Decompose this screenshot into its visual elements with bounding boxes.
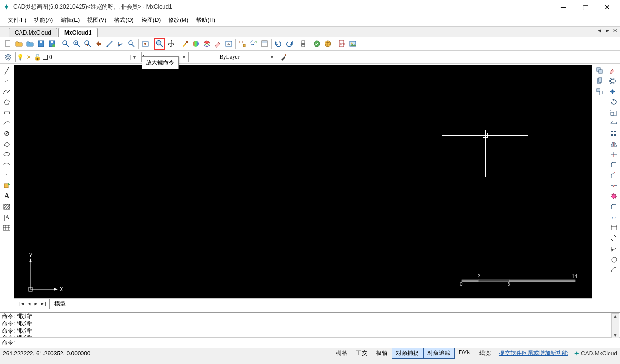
magnifier-icon[interactable] [154, 38, 165, 50]
open-folder-icon[interactable] [14, 39, 24, 49]
layer-panel-icon[interactable] [202, 39, 212, 49]
menu-modify[interactable]: 修改(M) [164, 15, 192, 26]
rectangle-tool-icon[interactable]: ▭ [1, 108, 12, 117]
regen-icon[interactable] [140, 39, 151, 49]
open-cloud-icon[interactable] [25, 39, 35, 49]
dim-angular-icon[interactable] [609, 244, 619, 253]
layer-manager-icon[interactable] [3, 52, 13, 62]
toggle-dyn[interactable]: DYN [455, 348, 475, 359]
menu-view[interactable]: 视图(V) [83, 15, 110, 26]
move-icon[interactable] [594, 87, 605, 96]
menu-help[interactable]: 帮助(H) [192, 15, 219, 26]
chevron-down-icon[interactable]: ▼ [180, 55, 188, 60]
line-tool-icon[interactable]: ╱ [1, 66, 12, 75]
chevron-down-icon[interactable]: ▼ [268, 55, 276, 60]
offset-icon[interactable] [607, 76, 618, 86]
cloud-sync-icon[interactable] [312, 39, 322, 49]
stretch-icon[interactable] [609, 118, 619, 128]
color-palette-icon[interactable] [191, 39, 201, 49]
menu-edit[interactable]: 编辑(E) [57, 15, 83, 26]
tabs-close-icon[interactable]: ✕ [612, 28, 618, 34]
maximize-button[interactable]: ▢ [574, 0, 596, 14]
print-icon[interactable] [298, 39, 308, 49]
rotate-icon[interactable] [609, 97, 619, 107]
tabs-next-icon[interactable]: ► [604, 28, 611, 34]
close-button[interactable]: ✕ [596, 0, 618, 14]
layout-first-icon[interactable]: |◄ [18, 301, 26, 306]
new-file-icon[interactable] [3, 39, 13, 49]
circle-tool-icon[interactable]: ⊘ [1, 129, 12, 138]
chamfer-icon[interactable] [609, 202, 619, 212]
point-tool-icon[interactable]: · [1, 171, 12, 180]
linetype-combo[interactable]: ByLayer ▼ [191, 52, 276, 62]
text-tool-icon[interactable]: A [224, 39, 234, 49]
measure-angle-icon[interactable] [115, 39, 126, 49]
extend-icon[interactable] [609, 171, 619, 180]
scale-icon[interactable] [609, 108, 619, 117]
undo-icon[interactable] [273, 39, 284, 49]
ellipse-tool-icon[interactable] [1, 150, 12, 159]
mirror-icon[interactable] [609, 139, 619, 149]
browser-icon[interactable] [323, 39, 333, 49]
lengthen-icon[interactable]: ↔ [609, 212, 619, 222]
trim-icon[interactable] [609, 150, 619, 159]
menu-function[interactable]: 功能(A) [30, 15, 57, 26]
drawing-canvas[interactable]: Y X 0 2 6 14 [14, 65, 592, 298]
toggle-otrack[interactable]: 对象追踪 [423, 348, 455, 359]
doc-tab-2[interactable]: MxCloud1 [58, 28, 98, 37]
ellipse-arc-icon[interactable] [1, 160, 12, 170]
linetype-brush-icon[interactable] [278, 52, 289, 62]
command-history[interactable]: 命令: *取消* 命令: *取消* 命令: *取消* 命令: *取消* [0, 313, 620, 337]
dim-arc-icon[interactable] [609, 265, 619, 274]
layer-combo[interactable]: 💡 ☀ 🔓 0 ▼ [15, 52, 139, 62]
layout-tab-model[interactable]: 模型 [49, 299, 71, 309]
save-icon[interactable] [36, 39, 46, 49]
toggle-osnap[interactable]: 对象捕捉 [392, 348, 423, 359]
hatch-tool-icon[interactable] [1, 202, 12, 212]
revision-cloud-icon[interactable] [1, 139, 12, 149]
scroll-up-icon[interactable]: ▲ [612, 314, 619, 319]
polygon-tool-icon[interactable]: ⬠ [1, 97, 12, 107]
tabs-prev-icon[interactable]: ◄ [596, 28, 603, 34]
menu-draw[interactable]: 绘图(D) [138, 15, 165, 26]
scroll-down-icon[interactable]: ▼ [612, 333, 619, 338]
layout-last-icon[interactable]: ►| [39, 301, 47, 306]
save-as-icon[interactable] [47, 39, 57, 49]
export-pdf-icon[interactable]: PDF [336, 39, 347, 49]
zoom-extents-icon[interactable] [82, 39, 93, 49]
feedback-link[interactable]: 提交软件问题或增加新功能 [495, 349, 571, 357]
table-tool-icon[interactable] [1, 223, 12, 233]
zoom-window-icon[interactable] [61, 39, 71, 49]
export-image-icon[interactable] [347, 39, 358, 49]
command-scrollbar[interactable]: ▲ ▼ [611, 313, 619, 338]
break-icon[interactable] [609, 181, 619, 191]
zoom-previous-icon[interactable] [93, 39, 104, 49]
fillet-icon[interactable] [609, 160, 619, 170]
toggle-ortho[interactable]: 正交 [352, 348, 372, 359]
insert-block-icon[interactable] [1, 181, 12, 191]
text-a-icon[interactable]: A [1, 192, 12, 201]
properties-icon[interactable] [259, 39, 270, 49]
polyline-tool-icon[interactable] [1, 87, 12, 96]
redo-icon[interactable] [284, 39, 295, 49]
dim-radius-icon[interactable] [609, 254, 619, 264]
menu-file[interactable]: 文件(F) [4, 15, 30, 26]
layout-next-icon[interactable]: ► [32, 301, 39, 306]
match-properties-icon[interactable] [180, 39, 190, 49]
explode-icon[interactable] [609, 192, 619, 201]
minimize-button[interactable]: ─ [552, 0, 574, 14]
zoom-realtime-icon[interactable] [126, 39, 137, 49]
arc-tool-icon[interactable] [1, 118, 12, 128]
layout-prev-icon[interactable]: ◄ [26, 301, 33, 306]
array-icon[interactable] [609, 129, 619, 138]
pan-icon[interactable] [166, 39, 176, 49]
doc-tab-1[interactable]: CAD.MxCloud [9, 28, 57, 37]
chevron-down-icon[interactable]: ▼ [130, 55, 139, 60]
quick-select-icon[interactable] [248, 39, 259, 49]
menu-format[interactable]: 格式(O) [110, 15, 137, 26]
zoom-in-icon[interactable] [71, 39, 82, 49]
erase-icon[interactable] [607, 66, 618, 75]
toggle-polar[interactable]: 极轴 [372, 348, 392, 359]
measure-distance-icon[interactable] [104, 39, 115, 49]
eraser-icon[interactable] [213, 39, 223, 49]
